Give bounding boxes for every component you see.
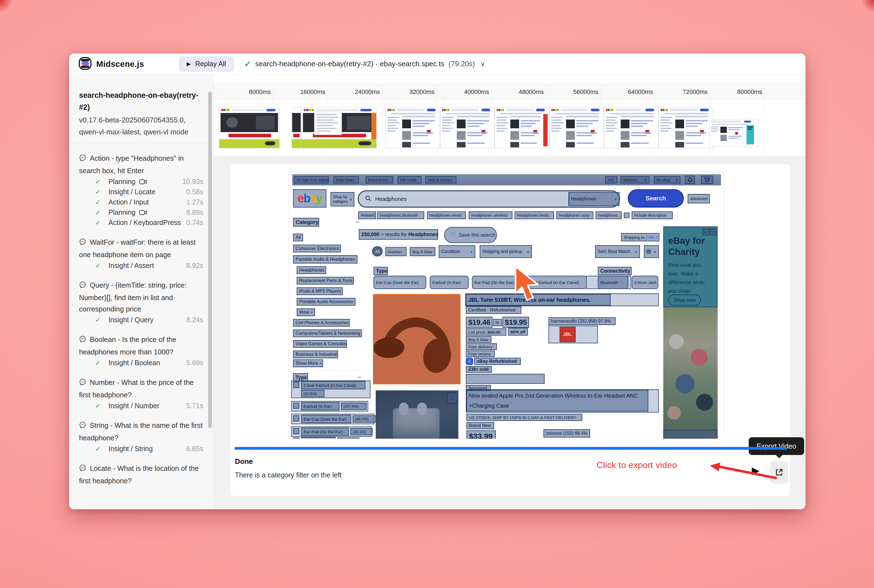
product2-shipping: US STOCK, SHIP BY USPS IN 1 DAY & FAST D…	[466, 414, 582, 421]
category-link: Business & Industrial	[293, 351, 338, 358]
timeline-tick: 64000ms	[628, 88, 653, 96]
product1-free-delivery: Free delivery	[466, 344, 497, 350]
related-term: headphones wireless	[469, 212, 512, 219]
timeline-tick: 72000ms	[682, 88, 708, 96]
type-checkbox	[293, 382, 299, 388]
step-group-action: Action - type "Headphones" in search box…	[79, 153, 203, 228]
step-row[interactable]: ✓Insight / Query8.24s	[79, 315, 203, 325]
ebay-category-select: Headphones∨	[569, 192, 620, 206]
type-quick-header: Type	[373, 267, 388, 275]
timeline-tick: 16000ms	[300, 88, 325, 96]
product2-seller: zwinzoe (155) 88.4%	[543, 429, 590, 438]
replay-all-button[interactable]: ▶ Replay All	[179, 56, 234, 72]
step-row[interactable]: ✓Insight / Assert8.92s	[79, 261, 203, 271]
type-option-count: (86,076)	[353, 416, 376, 423]
chevron-down-icon: ∨	[642, 178, 647, 182]
thumbnail-preview-image	[659, 108, 713, 148]
thumbnail-preview-image	[386, 108, 440, 148]
product1-empty-box	[466, 374, 545, 384]
product1-price-to: $19.95	[502, 317, 529, 328]
product1-image-highlighted	[373, 294, 460, 384]
timeline-thumbnail[interactable]	[385, 107, 440, 148]
include-description-label: Include description	[632, 212, 673, 219]
category-link: Video Games & Consoles	[293, 340, 347, 348]
timeline-thumbnail[interactable]	[292, 107, 301, 148]
step-group-query: Query - {itemTitle: string, price: Numbe…	[79, 280, 203, 325]
thumbnail-preview-image	[495, 108, 549, 148]
product1-buy-it-now: Buy It Now	[466, 336, 491, 343]
check-icon: ✓	[95, 262, 101, 270]
ebay-advanced-link: Advanced	[687, 194, 710, 203]
chevron-down-icon: ∨	[652, 250, 656, 254]
category-link: Show More +	[293, 359, 323, 367]
related-term: headphones bluetooth	[377, 212, 424, 219]
step-group-locate: Locate - What is the location of the fir…	[79, 463, 203, 487]
group-title[interactable]: Boolean - Is the price of the headphones…	[79, 334, 203, 358]
group-title[interactable]: WaitFor - waitFor: there is at least one…	[79, 237, 203, 261]
step-row[interactable]: ✓Action / KeyboardPress0.74s	[79, 218, 203, 228]
ebay-myebay-link: My eBay∨	[654, 176, 680, 183]
cart-icon	[701, 176, 713, 184]
timeline-thumbnail[interactable]	[604, 107, 659, 148]
type-option-label: Earbud (In Ear)	[301, 402, 339, 410]
timeline-thumbnail[interactable]	[440, 107, 495, 148]
timeline-thumbnail[interactable]	[659, 107, 713, 148]
product2-condition: Brand New	[466, 422, 494, 429]
test-title-dropdown[interactable]: ✓ search-headphone-on-ebay(retry-#2) - e…	[244, 59, 485, 69]
sidebar-scrollbar[interactable]	[208, 92, 212, 428]
replay-cursor-icon	[511, 265, 547, 304]
ebay-gift-cards-link: Gift Cards	[398, 176, 421, 183]
timeline-thumbnail[interactable]	[301, 107, 376, 148]
ebay-sell-link: Sell	[605, 176, 617, 183]
product1-refurbished: eBay Refurbished	[474, 358, 521, 365]
ebay-logo: ebay	[293, 189, 326, 207]
sidebar-test-name: search-headphone-on-ebay(retry-#2)	[79, 90, 202, 113]
timeline-thumbnail[interactable]	[495, 107, 549, 148]
headphone-image	[374, 295, 460, 384]
group-title[interactable]: Action - type "Headphones" in search box…	[79, 153, 203, 177]
step-row[interactable]: ✓Insight / Boolean5.69s	[79, 358, 203, 368]
bell-icon	[685, 176, 695, 184]
adchoices-icon: ▷	[703, 229, 709, 235]
filter-shipping-pickup: Shipping and pickup∨	[480, 245, 532, 258]
camera-icon	[139, 210, 147, 216]
step-row[interactable]: ✓Insight / String6.65s	[79, 444, 203, 454]
report-header: Midscene.js ▶ Replay All ✓ search-headph…	[69, 54, 805, 75]
step-row[interactable]: ✓Action / Input1.27s	[79, 197, 203, 207]
success-check-icon: ✓	[244, 59, 251, 69]
ebay-brand-outlet-link: Brand Outlet	[366, 176, 393, 183]
group-title[interactable]: Query - {itemTitle: string, price: Numbe…	[79, 280, 203, 315]
jbl-brand-logo: JBL	[560, 327, 576, 342]
chat-bubble-icon	[79, 154, 87, 165]
step-group-number: Number - What is the price of the first …	[79, 377, 203, 411]
thumbnail-preview-image	[440, 108, 494, 148]
step-row[interactable]: ✓Insight / Locate0.58s	[79, 187, 203, 197]
heart-icon: ♡	[450, 231, 455, 238]
timeline-thumbnail[interactable]	[549, 107, 604, 148]
replay-progress-bar[interactable]	[235, 447, 787, 450]
overlay-tint	[663, 307, 718, 439]
include-description-checkbox	[624, 213, 629, 218]
type-button: Earbud (In Ear)	[430, 276, 469, 289]
result-note: There is a category filter on the left	[235, 471, 341, 479]
type-checkbox	[293, 416, 299, 422]
timeline-thumbnail[interactable]	[219, 107, 280, 148]
group-title[interactable]: String - What is the name of the first h…	[79, 420, 203, 444]
thumbnail-preview-image	[710, 120, 758, 146]
type-checkbox	[293, 428, 299, 434]
product2-title: New sealed Apple Pro 2nd Generation Wire…	[466, 390, 648, 411]
step-row[interactable]: ✓Planning10.93s	[79, 177, 203, 187]
type-checkbox	[293, 403, 299, 409]
group-title[interactable]: Number - What is the price of the first …	[79, 377, 203, 400]
chat-bubble-icon	[79, 281, 87, 292]
product1-price-to-word: to	[493, 319, 502, 326]
type-option-count: (76,833)	[337, 438, 360, 439]
group-title[interactable]: Locate - What is the location of the fir…	[79, 463, 203, 487]
chat-bubble-icon	[79, 464, 87, 475]
step-row[interactable]: ✓Insight / Number5.71s	[79, 400, 203, 411]
step-row[interactable]: ✓Planning8.89s	[79, 207, 203, 218]
product1-discount: 60% off	[508, 328, 528, 336]
thumbnail-preview-image	[549, 108, 604, 148]
timeline-tick: 32000ms	[409, 88, 435, 96]
timeline-thumbnail[interactable]	[709, 120, 758, 147]
